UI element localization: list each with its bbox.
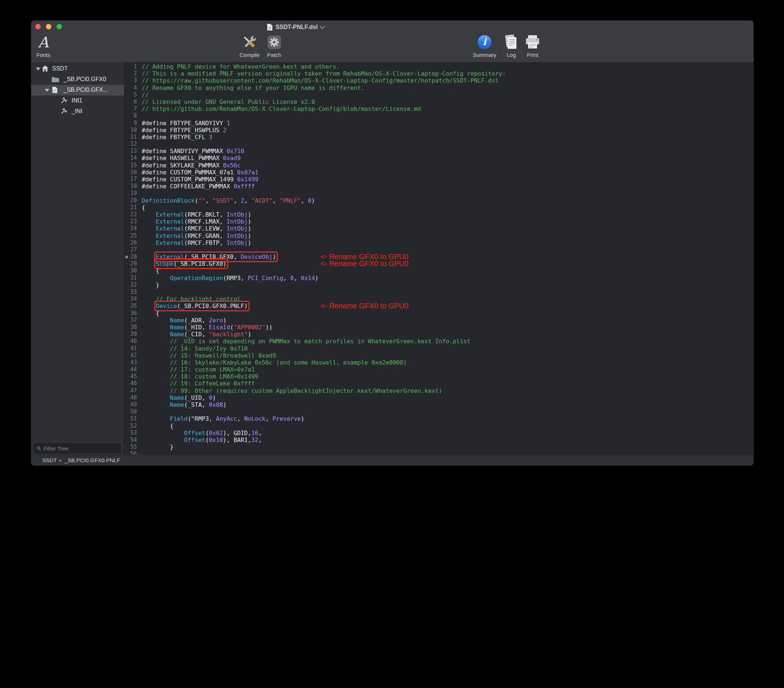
code-line[interactable]: 40 // _UID is set depending on PWMMax to… (124, 338, 754, 345)
code-token: IntObj (226, 211, 248, 218)
line-number: 54 (124, 437, 139, 444)
maciasl-window: SSDT-PNLF.dsl A Fonts (31, 20, 754, 466)
code-token: Name (170, 331, 184, 338)
code-text: #define CUSTOM_PWMMAX_07a1 0x07a1 (142, 169, 259, 176)
code-line[interactable]: 30 { (124, 267, 754, 274)
statusbar-jump-bar[interactable]: SSDT ▸ _SB.PCI0.GFX0.PNLF (31, 454, 754, 465)
breadcrumb-root[interactable]: SSDT (42, 457, 57, 463)
sidebar-item-ini1[interactable]: INI1 (31, 96, 124, 106)
code-line[interactable]: 8 (124, 112, 754, 119)
code-line[interactable]: 21{ (124, 204, 754, 211)
code-text: // For backlight control (142, 295, 241, 302)
code-line[interactable]: 11#define FBTYPE_CFL 3 (124, 134, 754, 140)
code-line[interactable]: 31 OperationRegion(RMP3, PCI_Config, 0, … (124, 275, 754, 282)
code-token: ) (223, 317, 227, 324)
code-line[interactable]: 47 // 99: Other (requires custom AppleBa… (124, 387, 754, 394)
line-number: 17 (124, 176, 139, 183)
code-line[interactable]: 14#define HASWELL_PWMMAX 0xad9 (124, 155, 754, 162)
line-number: 11 (124, 134, 139, 140)
code-line[interactable]: 36 { (124, 310, 754, 317)
sidebar-item-ssdt-root[interactable]: SSDT (31, 64, 124, 74)
code-token (142, 373, 170, 380)
code-line[interactable]: 52 { (124, 422, 754, 429)
code-line[interactable]: 33 (124, 289, 754, 295)
code-line[interactable]: 37 Name(_ADR, Zero) (124, 317, 754, 324)
sidebar-item-gfx0-pnlf-selected[interactable]: _SB.PCI0.GFX... (31, 85, 124, 96)
code-line[interactable]: 16#define CUSTOM_PWMMAX_07a1 0x07a1 (124, 169, 754, 176)
window-title[interactable]: SSDT-PNLF.dsl (251, 23, 339, 31)
code-line[interactable]: 26 External(RMCF.FBTP, IntObj) (124, 239, 754, 246)
code-line[interactable]: 18#define COFFEELAKE_PWMMAX 0xffff (124, 183, 754, 190)
code-line[interactable]: 9#define FBTYPE_SANDYIVY 1 (124, 120, 754, 127)
fonts-button[interactable]: A Fonts (31, 33, 60, 58)
code-line[interactable]: 53 Offset(0x02), GDID,16, (124, 429, 754, 437)
code-text: #define SKYLAKE_PWMMAX 0x56c (142, 162, 241, 169)
code-line[interactable]: 12 (124, 140, 754, 148)
minimize-button[interactable] (46, 24, 51, 30)
code-line[interactable]: 34 // For backlight control (124, 295, 754, 302)
code-line[interactable]: 13#define SANDYIVY_PWMMAX 0x710 (124, 148, 754, 155)
code-line[interactable]: 46 // 19: CoffeeLake 0xffff (124, 380, 754, 387)
code-line[interactable]: 27 (124, 246, 754, 253)
filter-tree-input[interactable] (43, 445, 118, 452)
code-line[interactable]: 15#define SKYLAKE_PWMMAX 0x56c (124, 162, 754, 169)
sidebar-item-gfx0-folder[interactable]: _SB.PCI0.GFX0 (31, 74, 124, 85)
disclosure-triangle-icon[interactable] (36, 68, 40, 71)
code-token: // https://github.com/RehabMan/OS-X-Clov… (142, 106, 421, 112)
line-number: 51 (124, 415, 139, 422)
code-line[interactable]: 51 Field(^RMP3, AnyAcc, NoLock, Preserve… (124, 415, 754, 422)
code-line[interactable]: 22 External(RMCF.BKLT, IntObj) (124, 211, 754, 218)
code-line[interactable]: 41 // 14: Sandy/Ivy 0x710 (124, 345, 754, 352)
zoom-button[interactable] (56, 24, 62, 30)
code-line[interactable]: 29 Scope(_SB.PCI0.GFX0)<- Rename GFX0 to… (124, 260, 754, 267)
disclosure-triangle-icon[interactable] (45, 89, 49, 92)
fonts-label: Fonts (31, 52, 60, 58)
code-token: // For backlight control (156, 295, 241, 302)
code-line[interactable]: 43 // 16: Skylake/KabyLake 0x56c (and so… (124, 359, 754, 366)
code-token (142, 324, 170, 331)
code-line[interactable]: 50 (124, 408, 754, 415)
code-line[interactable]: 55 } (124, 444, 754, 450)
code-token: } (142, 282, 159, 289)
code-line[interactable]: 49 Name(_STA, 0x0B) (124, 401, 754, 408)
code-line[interactable]: 35 Device(_SB.PCI0.GFX0.PNLF)<- Rename G… (124, 302, 754, 310)
code-line[interactable]: 6// Licensed under GNU General Public Li… (124, 98, 754, 106)
code-token (142, 437, 184, 444)
code-line[interactable]: 39 Name(_CID, "backlight") (124, 331, 754, 338)
code-line[interactable]: 45 // 18: custom LMAX=0x1499 (124, 373, 754, 380)
code-line[interactable]: 17#define CUSTOM_PWMMAX_1499 0x1499 (124, 176, 754, 183)
code-line[interactable]: 28 External(_SB.PCI0.GFX0, DeviceObj)<- … (124, 253, 754, 260)
code-token: EisaId (209, 324, 230, 331)
code-line[interactable]: 3// https://raw.githubusercontent.com/Re… (124, 77, 754, 84)
code-line[interactable]: 23 External(RMCF.LMAX, IntObj) (124, 218, 754, 225)
close-button[interactable] (35, 24, 41, 30)
patch-label: Patch (258, 52, 291, 58)
code-line[interactable]: 1// Adding PNLF device for WhateverGreen… (124, 63, 754, 70)
code-line[interactable]: 10#define FBTYPE_HSWPLUS 2 (124, 127, 754, 134)
code-editor[interactable]: 1// Adding PNLF device for WhateverGreen… (124, 62, 754, 455)
code-line[interactable]: 7// https://github.com/RehabMan/OS-X-Clo… (124, 106, 754, 112)
code-line[interactable]: 20DefinitionBlock("", "SSDT", 2, "ACDT",… (124, 197, 754, 204)
title-chevron-icon[interactable] (320, 23, 325, 29)
code-token: (_STA, (184, 401, 209, 408)
sidebar-item-ini[interactable]: _INI (31, 106, 124, 117)
code-line[interactable]: 4// Rename GFX0 to anything else if your… (124, 84, 754, 91)
code-token: ) (212, 394, 216, 401)
rename-annotation: <- Rename GFX0 to GPU0 (320, 260, 408, 267)
code-line[interactable]: 42 // 15: Haswell/Broadwell 0xad9 (124, 352, 754, 359)
print-button[interactable]: Print (516, 33, 549, 58)
code-line[interactable]: 19 (124, 190, 754, 197)
code-line[interactable]: 44 // 17: custom LMAX=0x7a1 (124, 366, 754, 373)
code-line[interactable]: 25 External(RMCF.GRAN, IntObj) (124, 233, 754, 239)
code-line[interactable]: 48 Name(_UID, 0) (124, 394, 754, 401)
code-line[interactable]: 54 Offset(0x10), BAR1,32, (124, 437, 754, 444)
breadcrumb-path[interactable]: _SB.PCI0.GFX0.PNLF (64, 457, 120, 463)
code-line[interactable]: 24 External(RMCF.LEVW, IntObj) (124, 225, 754, 232)
method-icon (60, 97, 68, 104)
code-line[interactable]: 2// This is a modified PNLF version orig… (124, 70, 754, 77)
patch-button[interactable]: Patch (258, 33, 291, 58)
code-line[interactable]: 38 Name(_HID, EisaId("APP0002")) (124, 324, 754, 331)
code-line[interactable]: 32 } (124, 282, 754, 289)
code-line[interactable]: 5// (124, 91, 754, 98)
filter-tree-field[interactable] (34, 444, 121, 453)
